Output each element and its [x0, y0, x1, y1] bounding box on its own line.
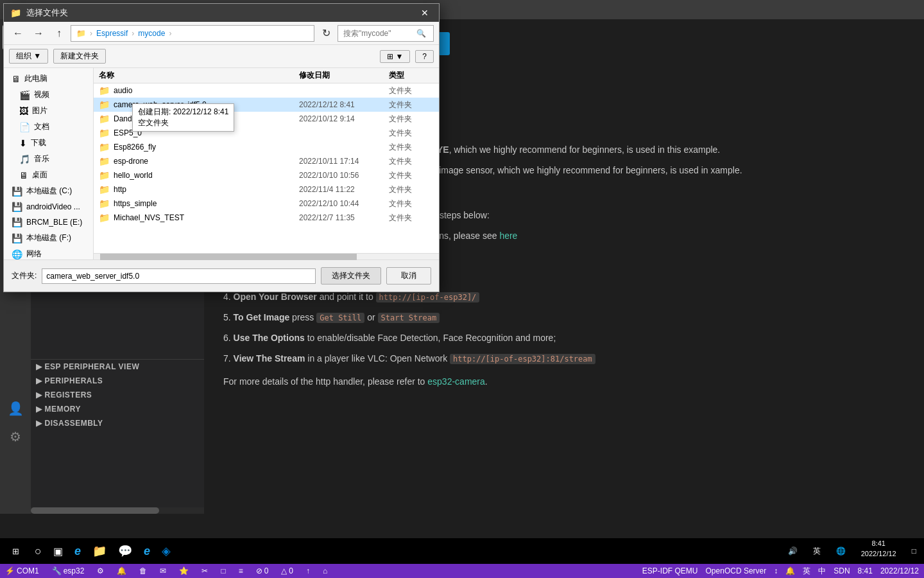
statusbar-upload[interactable]: ↑ [304, 564, 312, 578]
statusbar-errors[interactable]: ⊘ 0 [253, 564, 271, 578]
taskbar-search[interactable]: ○ [30, 539, 47, 563]
new-folder-button[interactable]: 新建文件夹 [53, 49, 106, 64]
path-espressif[interactable]: Espressif [96, 29, 128, 38]
peripherals-group[interactable]: ▶PERIPHERALS [31, 374, 204, 388]
dialog-close-button[interactable]: ✕ [417, 5, 432, 21]
statusbar-scissors[interactable]: ✂ [199, 564, 210, 578]
tray-notification[interactable]: □ [907, 539, 921, 563]
statusbar-settings1[interactable]: ⚙ [94, 564, 107, 578]
disk-f-icon: 💾 [12, 233, 22, 243]
disassembly-group[interactable]: ▶DISASSEMBLY [31, 416, 204, 430]
statusbar-esp32[interactable]: 🔧 esp32 [49, 564, 87, 578]
file-row-audio[interactable]: 📁audio 文件夹 [94, 83, 439, 98]
statusbar-date[interactable]: 2022/12/12 [878, 566, 921, 575]
taskbar-edge[interactable]: e [69, 539, 86, 563]
folder-input[interactable] [42, 268, 316, 284]
nav-downloads[interactable]: ⬇ 下载 [4, 135, 93, 151]
file-row-hello-world[interactable]: 📁hello_world 2022/10/10 10:56 文件夹 [94, 168, 439, 182]
file-panel-scrollbar-thumb[interactable] [100, 254, 357, 259]
view-toggle-button[interactable]: ⊞ ▼ [380, 50, 410, 63]
statusbar-input-method[interactable]: 中 [816, 566, 828, 577]
activity-settings[interactable]: ⚙ [3, 424, 28, 450]
nav-label: 本地磁盘 (F:) [26, 232, 71, 243]
esp-peripheral-group[interactable]: ▶ESP PERIPHERAL VIEW [31, 359, 204, 374]
registers-group[interactable]: ▶REGISTERS [31, 388, 204, 402]
statusbar-home[interactable]: ⌂ [320, 564, 330, 578]
nav-forward-button[interactable]: → [30, 24, 47, 42]
statusbar-trash[interactable]: 🗑 [137, 564, 150, 578]
file-date: 2022/10/12 9:14 [299, 114, 389, 123]
statusbar-openocd[interactable]: OpenOCD Server [703, 566, 769, 575]
pictures-icon: 🖼 [19, 106, 28, 116]
nav-brcm-ble[interactable]: 💾 BRCM_BLE (E:) [4, 215, 93, 230]
statusbar-warnings[interactable]: △ 0 [278, 564, 296, 578]
nav-label: 图片 [32, 105, 47, 116]
nav-this-pc[interactable]: 🖥 此电脑 [4, 71, 93, 87]
file-panel-scrollbar[interactable] [94, 253, 439, 259]
statusbar-com1[interactable]: ⚡ COM1 [3, 564, 42, 578]
activity-account[interactable]: 👤 [3, 396, 28, 421]
nav-pictures[interactable]: 🖼 图片 [4, 103, 93, 119]
folder-icon: 📁 [99, 170, 110, 180]
sidebar-scrollbar[interactable] [31, 507, 204, 514]
openocd-label: OpenOCD Server [706, 566, 767, 575]
tray-network[interactable]: 🌐 [831, 539, 851, 563]
nav-music[interactable]: 🎵 音乐 [4, 151, 93, 167]
nav-back-button[interactable]: ← [9, 24, 27, 42]
nav-documents[interactable]: 📄 文档 [4, 119, 93, 135]
sidebar-scrollbar-thumb[interactable] [31, 507, 159, 514]
nav-desktop[interactable]: 🖥 桌面 [4, 167, 93, 183]
file-row-esp8266[interactable]: 📁Esp8266_fly 文件夹 [94, 140, 439, 154]
statusbar-time[interactable]: 8:41 [855, 566, 875, 575]
path-mycode[interactable]: mycode [138, 29, 165, 38]
statusbar: ⚡ COM1 🔧 esp32 ⚙ 🔔 🗑 ✉ ⭐ ✂ □ ≡ ⊘ 0 △ 0 ↑… [0, 564, 924, 578]
taskbar-vscode[interactable]: ◈ [157, 539, 176, 563]
nav-videos[interactable]: 🎬 视频 [4, 87, 93, 103]
statusbar-square[interactable]: □ [218, 564, 228, 578]
statusbar-menu[interactable]: ≡ [236, 564, 246, 578]
statusbar-sdn[interactable]: SDN [831, 566, 852, 575]
taskbar-explorer[interactable]: 📁 [87, 539, 112, 563]
statusbar-arrows[interactable]: ↕ [771, 566, 780, 575]
statusbar-esp-idf-qemu[interactable]: ESP-IDF QEMU [640, 566, 701, 575]
statusbar-bell[interactable]: 🔔 [114, 564, 129, 578]
nav-refresh-button[interactable]: ↻ [317, 24, 335, 42]
start-button[interactable]: ⊞ [3, 538, 28, 564]
tray-lang[interactable]: 英 [808, 539, 826, 563]
taskbar-edge2[interactable]: e [139, 539, 155, 563]
file-name: Michael_NVS_TEST [114, 213, 184, 222]
dialog-path-bar[interactable]: 📁 › Espressif › mycode › [71, 25, 314, 42]
here-link[interactable]: here [499, 231, 517, 241]
file-row-michael-nvs[interactable]: 📁Michael_NVS_TEST 2022/12/7 11:35 文件夹 [94, 211, 439, 225]
nav-label: androidVideo ... [26, 202, 80, 211]
taskbar-wechat[interactable]: 💬 [113, 539, 137, 563]
select-folder-button[interactable]: 选择文件夹 [321, 267, 381, 285]
tray-time[interactable]: 8:41 2022/12/12 [856, 539, 902, 563]
file-date: 2022/10/10 10:56 [299, 171, 389, 180]
statusbar-notification[interactable]: 🔔 [783, 566, 798, 575]
organize-button[interactable]: 组织 ▼ [9, 49, 48, 64]
statusbar-lang[interactable]: 英 [800, 566, 813, 577]
file-name: esp-drone [114, 157, 148, 166]
nav-android-video[interactable]: 💾 androidVideo ... [4, 199, 93, 215]
dialog-footer: 文件夹: 选择文件夹 取消 [4, 259, 439, 292]
search-input[interactable] [343, 29, 414, 38]
cancel-button[interactable]: 取消 [386, 267, 431, 285]
nav-up-button[interactable]: ↑ [50, 24, 68, 42]
esp-idf-qemu-label: ESP-IDF QEMU [642, 566, 698, 575]
nav-network[interactable]: 🌐 网络 [4, 246, 93, 259]
file-row-esp-drone[interactable]: 📁esp-drone 2022/10/11 17:14 文件夹 [94, 154, 439, 168]
taskbar-task-view[interactable]: ▣ [48, 539, 68, 563]
help-button[interactable]: ? [415, 50, 434, 63]
file-row-https-simple[interactable]: 📁https_simple 2022/12/10 10:44 文件夹 [94, 197, 439, 211]
tooltip-line1: 创建日期: 2022/12/12 8:41 [138, 107, 228, 118]
file-row-http[interactable]: 📁http 2022/11/4 11:22 文件夹 [94, 182, 439, 197]
dialog-search-box: 🔍 [338, 25, 434, 42]
nav-disk-f[interactable]: 💾 本地磁盘 (F:) [4, 230, 93, 246]
nav-disk-c[interactable]: 💾 本地磁盘 (C:) [4, 183, 93, 199]
statusbar-star[interactable]: ⭐ [176, 564, 191, 578]
memory-group[interactable]: ▶MEMORY [31, 402, 204, 416]
tray-volume[interactable]: 🔊 [783, 539, 803, 563]
esp32-camera-link[interactable]: esp32-camera [427, 376, 485, 387]
statusbar-mail[interactable]: ✉ [157, 564, 169, 578]
